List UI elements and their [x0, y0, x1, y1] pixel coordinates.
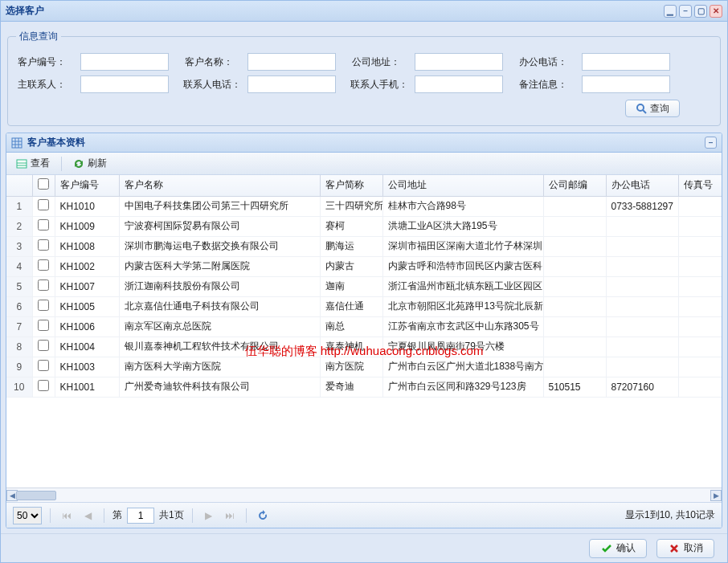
input-remark[interactable] — [582, 75, 670, 93]
cell-checkbox[interactable] — [32, 276, 55, 296]
cell-customer-no: KH1009 — [55, 216, 119, 236]
last-page-button[interactable]: ⏭ — [222, 508, 238, 524]
checkbox-all[interactable] — [38, 178, 49, 190]
table-row[interactable]: 3KH1008深圳市鹏海运电子数据交换有限公司鹏海运深圳市福田区深南大道北竹子林… — [6, 236, 722, 256]
cell-rownum: 1 — [6, 196, 32, 216]
row-checkbox[interactable] — [38, 219, 49, 231]
row-checkbox[interactable] — [38, 380, 49, 391]
pager-refresh-button[interactable] — [255, 508, 271, 524]
col-customer-no[interactable]: 客户编号 — [55, 175, 119, 196]
cell-fax — [678, 276, 722, 296]
close-button[interactable]: ✕ — [710, 5, 722, 18]
cell-customer-name: 内蒙古医科大学第二附属医院 — [119, 256, 320, 276]
cell-rownum: 8 — [6, 337, 32, 357]
row-checkbox[interactable] — [38, 300, 49, 311]
ok-button[interactable]: 确认 — [589, 539, 647, 558]
page-input[interactable] — [127, 508, 154, 524]
prev-page-button[interactable]: ◀ — [80, 508, 96, 524]
row-checkbox[interactable] — [38, 239, 49, 251]
panel-collapse-button[interactable]: – — [705, 137, 717, 149]
input-contact-mobile[interactable] — [415, 75, 503, 93]
table-row[interactable]: 10KH1001广州爱奇迪软件科技有限公司爱奇迪广州市白云区同和路329号123… — [6, 377, 722, 397]
row-checkbox[interactable] — [38, 320, 49, 331]
cell-checkbox[interactable] — [32, 216, 55, 236]
search-grid: 客户编号： 客户名称： 公司地址： 办公电话： 主联系人： 联系人电话： 联系人… — [16, 53, 712, 93]
table-row[interactable]: 9KH1003南方医科大学南方医院南方医院广州市白云区广州大道北1838号南方 — [6, 357, 722, 377]
table-row[interactable]: 2KH1009宁波赛柯国际贸易有限公司赛柯洪塘工业A区洪大路195号 — [6, 216, 722, 236]
cell-customer-no: KH1003 — [55, 357, 119, 377]
row-checkbox[interactable] — [38, 360, 49, 371]
cell-customer-name: 广州爱奇迪软件科技有限公司 — [119, 377, 320, 397]
svg-line-1 — [643, 110, 646, 113]
refresh-button[interactable]: 刷新 — [68, 155, 112, 173]
scroll-thumb[interactable] — [16, 491, 56, 500]
maximize-button[interactable]: ▢ — [694, 5, 707, 18]
input-main-contact[interactable] — [80, 75, 169, 93]
minimize-button[interactable]: – — [679, 5, 692, 18]
cell-company-zip — [543, 316, 606, 337]
svg-rect-7 — [17, 160, 27, 168]
view-button[interactable]: 查看 — [11, 155, 55, 173]
cancel-icon — [669, 543, 680, 554]
cell-rownum: 10 — [6, 377, 32, 397]
table-row[interactable]: 1KH1010中国电子科技集团公司第三十四研究所三十四研究所桂林市六合路98号0… — [6, 196, 722, 216]
row-checkbox[interactable] — [38, 259, 49, 271]
svg-point-0 — [637, 104, 644, 111]
cell-fax — [678, 296, 722, 316]
col-short-name[interactable]: 客户简称 — [320, 175, 382, 196]
collapse-up-button[interactable]: ▁ — [664, 5, 677, 18]
cell-short-name: 爱奇迪 — [320, 377, 382, 397]
horizontal-scrollbar[interactable]: ◀ ▶ — [6, 488, 722, 502]
cell-company-zip — [543, 296, 606, 316]
col-company-addr[interactable]: 公司地址 — [382, 175, 543, 196]
toolbar-separator — [61, 157, 62, 171]
cell-checkbox[interactable] — [32, 236, 55, 256]
query-button[interactable]: 查询 — [625, 100, 680, 117]
cancel-button[interactable]: 取消 — [656, 539, 714, 558]
next-page-button[interactable]: ▶ — [201, 508, 217, 524]
table-row[interactable]: 7KH1006南京军区南京总医院南总江苏省南京市玄武区中山东路305号 — [6, 316, 722, 337]
cell-short-name: 南方医院 — [320, 357, 382, 377]
cell-company-zip — [543, 337, 606, 357]
cell-company-addr: 洪塘工业A区洪大路195号 — [382, 216, 543, 236]
input-contact-phone[interactable] — [247, 75, 336, 93]
col-fax[interactable]: 传真号 — [678, 175, 722, 196]
cell-checkbox[interactable] — [32, 316, 55, 337]
cell-checkbox[interactable] — [32, 196, 55, 216]
search-button-row: 查询 — [16, 100, 712, 117]
table-row[interactable]: 8KH1004银川嘉泰神机工程软件技术有限公司嘉泰神机宁夏银川凤凰南街79号六楼 — [6, 337, 722, 357]
panel-title: 客户基本资料 — [27, 136, 85, 149]
window-title: 选择客户 — [6, 4, 661, 18]
cell-company-addr: 浙江省温州市瓯北镇东瓯工业区园区 — [382, 276, 543, 296]
cell-checkbox[interactable] — [32, 337, 55, 357]
dialog-footer: 确认 取消 — [1, 533, 727, 562]
cell-checkbox[interactable] — [32, 256, 55, 276]
cell-company-addr: 广州市白云区同和路329号123房 — [382, 377, 543, 397]
col-customer-name[interactable]: 客户名称 — [119, 175, 320, 196]
row-checkbox[interactable] — [38, 340, 49, 351]
cell-customer-no: KH1008 — [55, 236, 119, 256]
input-company-addr[interactable] — [415, 53, 503, 71]
cell-office-phone — [606, 316, 678, 337]
col-office-phone[interactable]: 办公电话 — [606, 175, 678, 196]
cell-company-addr: 广州市白云区广州大道北1838号南方 — [382, 357, 543, 377]
scroll-right-arrow[interactable]: ▶ — [710, 490, 722, 501]
row-checkbox[interactable] — [38, 279, 49, 291]
grid-area[interactable]: 客户编号 客户名称 客户简称 公司地址 公司邮编 办公电话 传真号 1KH101… — [6, 175, 722, 488]
grid-panel: 客户基本资料 – 查看 刷新 — [6, 133, 722, 528]
cell-checkbox[interactable] — [32, 377, 55, 397]
row-checkbox[interactable] — [38, 199, 49, 210]
first-page-button[interactable]: ⏮ — [59, 508, 75, 524]
table-row[interactable]: 6KH1005北京嘉信仕通电子科技有限公司嘉信仕通北京市朝阳区北苑路甲13号院北… — [6, 296, 722, 316]
table-row[interactable]: 5KH1007浙江迦南科技股份有限公司迦南浙江省温州市瓯北镇东瓯工业区园区 — [6, 276, 722, 296]
cell-checkbox[interactable] — [32, 296, 55, 316]
col-checkbox[interactable] — [32, 175, 55, 196]
input-office-phone[interactable] — [582, 53, 670, 71]
page-size-select[interactable]: 50 — [13, 507, 42, 524]
cell-checkbox[interactable] — [32, 357, 55, 377]
table-row[interactable]: 4KH1002内蒙古医科大学第二附属医院内蒙古内蒙古呼和浩特市回民区内蒙古医科 — [6, 256, 722, 276]
col-company-zip[interactable]: 公司邮编 — [543, 175, 606, 196]
input-customer-name[interactable] — [247, 53, 336, 71]
input-customer-no[interactable] — [80, 53, 169, 71]
cancel-button-label: 取消 — [684, 541, 703, 555]
